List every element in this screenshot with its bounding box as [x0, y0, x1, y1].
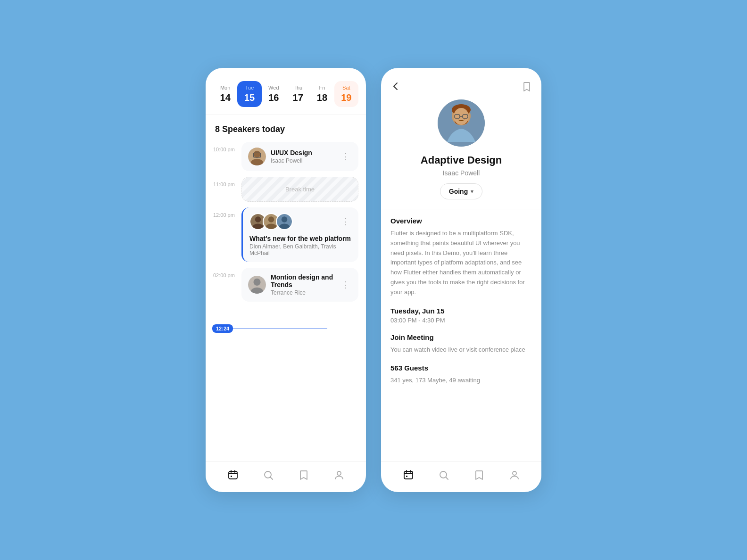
day-sat[interactable]: Sat 19 — [334, 81, 358, 107]
right-nav-person-icon[interactable] — [509, 469, 520, 481]
guests-title: 563 Guests — [390, 364, 532, 372]
event-uiux[interactable]: UI/UX Design Isaac Powell ⋮ — [241, 142, 358, 171]
event-uiux-avatar — [248, 148, 266, 165]
left-phone: Mon 14 Tue 15 Wed 16 Thu 17 Fri 18 Sat 1… — [206, 68, 366, 492]
event-uiux-menu[interactable]: ⋮ — [340, 151, 352, 162]
schedule-body: 10:00 pm UI/UX Design Isaac Powell — [206, 138, 366, 461]
event-uiux-speaker: Isaac Powell — [271, 157, 340, 164]
event-web-speakers: Dion Almaer, Ben Galbraith, Travis McPha… — [249, 243, 352, 256]
event-montion-header: Montion design and Trends Terrance Rice … — [248, 273, 352, 296]
day-sat-number: 19 — [341, 92, 351, 103]
bookmark-button[interactable] — [522, 82, 532, 93]
current-time-badge: 12:24 — [212, 324, 233, 333]
day-fri[interactable]: Fri 18 — [310, 81, 334, 107]
event-time: 03:00 PM - 4:30 PM — [390, 317, 532, 324]
break-card: Break time — [241, 177, 358, 202]
current-time-indicator: 12:24 — [212, 324, 327, 333]
event-uiux-title: UI/UX Design — [271, 149, 340, 156]
nav-search-icon[interactable] — [263, 469, 274, 481]
event-web-header: ⋮ — [249, 213, 352, 230]
svg-rect-37 — [406, 476, 407, 477]
event-montion-menu[interactable]: ⋮ — [340, 280, 352, 290]
day-tue-number: 15 — [244, 92, 255, 103]
time-10pm: 10:00 pm — [213, 142, 241, 152]
slot-02pm: 02:00 pm Montion design and Trends Terra… — [206, 268, 366, 305]
going-label: Going — [449, 188, 468, 195]
event-web-platform[interactable]: ⋮ What's new for the web platform Dion A… — [241, 207, 358, 262]
back-button[interactable] — [390, 81, 401, 94]
detail-body: Overview Flutter is designed to be a mul… — [381, 217, 541, 461]
speaker-photo-wrap — [381, 99, 541, 147]
day-mon-number: 14 — [220, 92, 231, 103]
day-wed[interactable]: Wed 16 — [262, 81, 286, 107]
day-fri-label: Fri — [319, 85, 325, 91]
svg-point-11 — [282, 216, 287, 222]
event-web-info: What's new for the web platform Dion Alm… — [249, 235, 352, 256]
detail-header — [381, 68, 541, 99]
join-title: Join Meeting — [390, 333, 532, 341]
current-time-line — [233, 328, 327, 329]
avatar-stack — [249, 213, 289, 230]
svg-rect-33 — [404, 471, 413, 479]
break-label: Break time — [285, 186, 315, 193]
overview-title: Overview — [390, 217, 532, 225]
right-nav-search-icon[interactable] — [438, 469, 449, 481]
svg-point-40 — [513, 471, 516, 475]
join-text: You can watch video live or visit confer… — [390, 345, 532, 355]
svg-point-14 — [253, 279, 260, 286]
slot-10pm: 10:00 pm UI/UX Design Isaac Powell — [206, 138, 366, 175]
day-thu[interactable]: Thu 17 — [286, 81, 310, 107]
event-uiux-header: UI/UX Design Isaac Powell ⋮ — [248, 148, 352, 165]
day-tue[interactable]: Tue 15 — [237, 81, 261, 107]
event-montion-speaker: Terrance Rice — [271, 289, 340, 296]
event-detail-title: Adaptive Design — [381, 154, 541, 166]
time-11pm: 11:00 pm — [213, 177, 241, 187]
right-nav-bookmark-icon[interactable] — [473, 469, 485, 481]
svg-point-1 — [253, 151, 260, 158]
day-tue-label: Tue — [245, 85, 254, 91]
divider — [381, 209, 541, 209]
svg-line-39 — [446, 478, 448, 480]
time-02pm: 02:00 pm — [213, 268, 241, 278]
event-montion[interactable]: Montion design and Trends Terrance Rice … — [241, 268, 358, 302]
day-sat-label: Sat — [342, 85, 350, 91]
svg-line-22 — [270, 478, 273, 480]
event-web-menu[interactable]: ⋮ — [340, 216, 352, 227]
overview-text: Flutter is designed to be a multiplatfor… — [390, 229, 532, 297]
svg-point-8 — [268, 216, 274, 222]
going-button[interactable]: Going ▾ — [440, 183, 482, 199]
svg-rect-16 — [229, 471, 237, 479]
event-montion-info: Montion design and Trends Terrance Rice — [271, 273, 340, 296]
day-mon[interactable]: Mon 14 — [213, 81, 237, 107]
right-nav-calendar-icon[interactable] — [403, 469, 414, 481]
slot-12pm: 12:00 pm — [206, 207, 366, 266]
day-strip: Mon 14 Tue 15 Wed 16 Thu 17 Fri 18 Sat 1… — [206, 68, 366, 115]
day-fri-number: 18 — [317, 92, 327, 103]
nav-calendar-icon[interactable] — [227, 469, 239, 481]
svg-point-23 — [337, 471, 341, 475]
left-bottom-nav — [206, 461, 366, 492]
day-thu-label: Thu — [293, 85, 302, 91]
right-bottom-nav — [381, 461, 541, 492]
avatar-travis — [276, 213, 293, 230]
day-thu-number: 17 — [293, 92, 303, 103]
guests-breakdown: 341 yes, 173 Maybe, 49 awaiting — [390, 376, 532, 386]
right-phone: Adaptive Design Isaac Powell Going ▾ Ove… — [381, 68, 541, 492]
going-chevron-icon: ▾ — [471, 189, 473, 195]
going-btn-wrap: Going ▾ — [381, 183, 541, 199]
event-montion-avatar — [248, 276, 266, 294]
event-uiux-info: UI/UX Design Isaac Powell — [271, 149, 340, 164]
time-12pm: 12:00 pm — [213, 207, 241, 218]
event-montion-title: Montion design and Trends — [271, 273, 340, 288]
event-detail-speaker: Isaac Powell — [381, 169, 541, 177]
day-wed-number: 16 — [268, 92, 279, 103]
event-web-title: What's new for the web platform — [249, 235, 352, 242]
speaker-photo — [438, 99, 485, 147]
svg-rect-20 — [231, 476, 232, 477]
nav-person-icon[interactable] — [333, 469, 345, 481]
nav-bookmark-icon[interactable] — [298, 469, 309, 481]
speakers-heading: 8 Speakers today — [206, 115, 366, 138]
slot-11pm: 11:00 pm Break time — [206, 177, 366, 206]
day-wed-label: Wed — [268, 85, 279, 91]
svg-point-5 — [255, 216, 261, 222]
